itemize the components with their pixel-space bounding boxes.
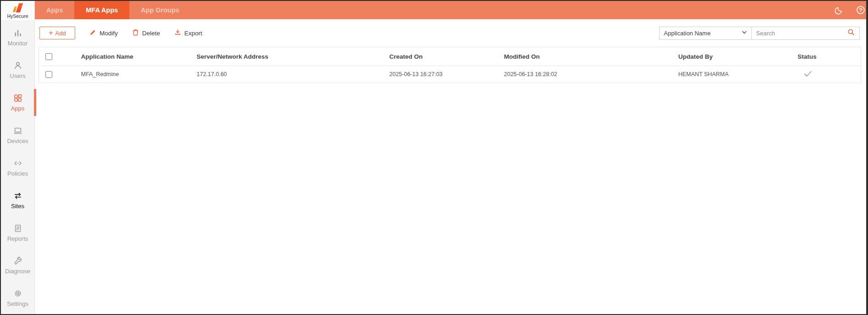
table-header-row: Application Name Server/Network Address … — [39, 47, 861, 66]
cell-status — [791, 66, 861, 83]
toolbar: + Add Modify — [39, 23, 860, 43]
content-panel: + Add Modify — [35, 19, 866, 314]
delete-button[interactable]: Delete — [132, 28, 160, 38]
brand-name: HySecure — [7, 13, 28, 19]
pencil-icon — [89, 28, 97, 38]
hysecure-window: HySecure Monitor Users — [0, 0, 868, 315]
add-button[interactable]: + Add — [39, 27, 75, 39]
sidebar: HySecure Monitor Users — [1, 1, 35, 314]
hysecure-logo-icon — [12, 3, 23, 12]
brand-logo[interactable]: HySecure — [1, 1, 35, 21]
filter-search-group: Application Name — [659, 27, 860, 40]
tab-app-groups[interactable]: App Groups — [129, 1, 191, 19]
cell-modified-on: 2025-06-13 16:28:02 — [498, 66, 672, 83]
sidebar-item-label: Devices — [7, 138, 28, 144]
table-row[interactable]: MFA_Redmine 172.17.0.60 2025-06-13 16:27… — [39, 66, 861, 83]
user-icon — [13, 61, 22, 70]
sidebar-item-label: Reports — [7, 235, 28, 242]
mfa-apps-table: Application Name Server/Network Address … — [39, 47, 861, 83]
gear-icon — [13, 289, 22, 298]
document-icon — [13, 224, 22, 233]
modify-button[interactable]: Modify — [89, 28, 118, 38]
sidebar-item-devices[interactable]: Devices — [1, 119, 34, 151]
svg-text:?: ? — [859, 7, 862, 13]
search-box — [752, 27, 860, 40]
help-icon[interactable]: ? — [856, 5, 866, 15]
wrench-icon — [13, 256, 22, 265]
status-check-icon — [798, 70, 812, 79]
sidebar-item-apps[interactable]: Apps — [1, 86, 34, 119]
column-header-created-on: Created On — [383, 47, 498, 66]
search-icon[interactable] — [847, 28, 855, 38]
sidebar-item-diagnose[interactable]: Diagnose — [1, 249, 34, 282]
sidebar-item-settings[interactable]: Settings — [1, 282, 34, 314]
sidebar-item-reports[interactable]: Reports — [1, 216, 34, 249]
sidebar-item-label: Monitor — [8, 40, 28, 47]
topbar-actions: ? — [834, 1, 866, 19]
swap-arrows-icon — [13, 191, 22, 200]
cell-application-name: MFA_Redmine — [75, 66, 190, 83]
sidebar-item-label: Users — [10, 72, 26, 79]
select-all-checkbox[interactable] — [45, 53, 52, 60]
cell-created-on: 2025-06-13 16:27:03 — [383, 66, 498, 83]
column-header-application-name: Application Name — [75, 47, 190, 66]
trash-icon — [132, 28, 139, 38]
column-header-modified-on: Modified On — [498, 47, 672, 66]
moon-icon[interactable] — [834, 6, 844, 15]
sidebar-nav: Monitor Users — [1, 21, 34, 314]
tab-mfa-apps[interactable]: MFA Apps — [74, 1, 129, 19]
sidebar-item-label: Sites — [11, 203, 24, 210]
sidebar-item-monitor[interactable]: Monitor — [1, 21, 34, 54]
cell-server-address: 172.17.0.60 — [190, 66, 383, 83]
search-input[interactable] — [756, 30, 847, 37]
sidebar-item-label: Diagnose — [5, 268, 30, 275]
code-brackets-icon — [13, 159, 22, 168]
tab-bar: Apps MFA Apps App Groups — [35, 1, 191, 19]
sidebar-item-policies[interactable]: Policies — [1, 151, 34, 184]
cell-updated-by: HEMANT SHARMA — [672, 66, 791, 83]
topbar: Apps MFA Apps App Groups — [35, 1, 866, 19]
column-header-server-address: Server/Network Address — [190, 47, 383, 66]
download-icon — [174, 28, 182, 38]
sidebar-item-sites[interactable]: Sites — [1, 184, 34, 216]
bar-chart-icon — [13, 28, 22, 38]
column-header-updated-by: Updated By — [672, 47, 791, 66]
sidebar-item-users[interactable]: Users — [1, 54, 34, 86]
sidebar-item-label: Policies — [7, 170, 28, 177]
column-header-status: Status — [791, 47, 861, 66]
row-checkbox[interactable] — [45, 71, 52, 78]
plus-icon: + — [49, 29, 53, 37]
export-button[interactable]: Export — [174, 28, 202, 38]
sidebar-item-label: Settings — [7, 300, 28, 307]
main-area: Apps MFA Apps App Groups — [35, 1, 866, 314]
filter-field-select[interactable]: Application Name — [659, 27, 752, 40]
tab-apps[interactable]: Apps — [35, 1, 74, 19]
sidebar-item-label: Apps — [11, 105, 25, 112]
chevron-down-icon — [741, 29, 747, 37]
laptop-icon — [13, 126, 22, 135]
app-grid-icon — [13, 94, 22, 103]
